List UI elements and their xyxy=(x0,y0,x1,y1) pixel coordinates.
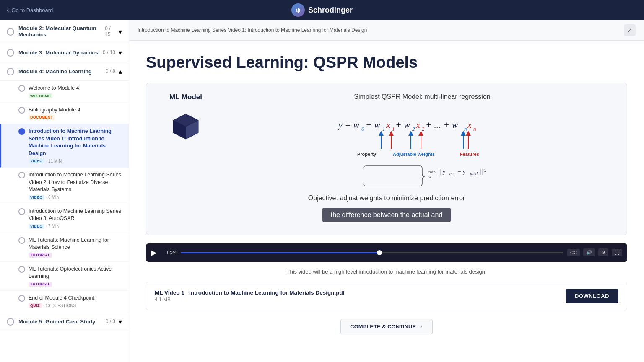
app-logo: ψ Schrodinger xyxy=(291,3,353,17)
sidebar-item-video1[interactable]: Introduction to Machine Learning Series … xyxy=(0,124,129,168)
module3-chevron xyxy=(119,49,122,57)
fullscreen-button[interactable]: ⛶ xyxy=(612,249,622,256)
module4-title: Module 4: Machine Learning xyxy=(18,68,92,75)
welcome-title: Welcome to Module 4! xyxy=(29,85,122,92)
play-button[interactable]: ▶ xyxy=(151,248,163,257)
objective-text: Objective: adjust weights to minimize pr… xyxy=(156,194,617,202)
pdf-filename: ML Video 1_ Introduction to Machine Lear… xyxy=(155,290,345,296)
sidebar-item-bibliography[interactable]: Bibliography Module 4 DOCUMENT xyxy=(0,103,129,124)
svg-text:+ w: + w xyxy=(366,119,380,130)
tutorial2-badge: TUTORIAL xyxy=(29,282,52,287)
sidebar-item-quiz[interactable]: End of Module 4 Checkpoint QUIZ · 10 QUE… xyxy=(0,291,129,313)
svg-text:+ ... + w: + ... + w xyxy=(426,119,458,130)
caption-wrap: the difference between the actual and xyxy=(156,205,617,225)
module5-title: Module 5: Guided Case Study xyxy=(18,318,95,325)
module2-count: 0 / 15 xyxy=(105,26,115,37)
svg-text:2: 2 xyxy=(422,126,425,132)
brace-container: min w ‖ y act − y pred ‖ 2 xyxy=(228,165,617,188)
module2-circle xyxy=(7,28,14,36)
video1-title: Introduction to Machine Learning Series … xyxy=(29,128,122,157)
svg-text:2: 2 xyxy=(412,126,415,132)
cube-icon xyxy=(165,106,207,147)
bibliography-title: Bibliography Module 4 xyxy=(29,106,122,114)
quiz-circle xyxy=(18,295,25,302)
breadcrumb-bar: Introduction to Machine Learning Series … xyxy=(129,20,644,41)
video2-duration: · 6 MIN xyxy=(46,195,60,199)
top-navigation: Go to Dashboard ψ Schrodinger xyxy=(0,0,644,20)
video2-badge: VIDEO xyxy=(29,195,44,200)
main-layout: Module 2: Molecular Quantum Mechanics 0 … xyxy=(0,20,644,362)
video3-badge: VIDEO xyxy=(29,224,44,229)
module4-circle xyxy=(7,68,14,75)
module5-circle xyxy=(7,318,14,326)
svg-text:n: n xyxy=(473,126,476,132)
tutorial2-circle xyxy=(18,266,25,273)
brace-svg: min w ‖ y act − y pred ‖ 2 xyxy=(355,165,489,186)
svg-text:w: w xyxy=(428,174,431,179)
back-to-dashboard-button[interactable]: Go to Dashboard xyxy=(7,6,53,14)
svg-text:x: x xyxy=(415,119,420,130)
content-area: Introduction to Machine Learning Series … xyxy=(129,20,644,362)
svg-text:act: act xyxy=(449,171,454,176)
ml-model-box: ML Model xyxy=(156,93,215,147)
expand-button[interactable]: ⤢ xyxy=(624,24,636,36)
formula-svg: y = w 0 + w 1 x 1 + w 2 x 2 + ... + w xyxy=(334,109,510,159)
quiz-title: End of Module 4 Checkpoint xyxy=(29,295,122,302)
svg-text:‖: ‖ xyxy=(480,168,483,175)
settings-button[interactable]: ⚙ xyxy=(598,248,608,256)
sidebar-item-video2[interactable]: Introduction to Machine Learning Series … xyxy=(0,168,129,204)
app-title: Schrodinger xyxy=(308,6,353,15)
breadcrumb-text: Introduction to Machine Learning Series … xyxy=(138,27,367,33)
slide-content: ML Model Simplest QSPR Model: multi-line… xyxy=(146,83,627,235)
video3-circle xyxy=(18,208,25,215)
video1-circle xyxy=(18,128,25,135)
quiz-badge: QUIZ xyxy=(29,303,42,308)
qspr-subtitle: Simplest QSPR Model: multi-linear regres… xyxy=(228,93,617,101)
video-description: This video will be a high level introduc… xyxy=(146,269,627,275)
caption-overlay: the difference between the actual and xyxy=(322,208,451,222)
svg-text:1: 1 xyxy=(382,126,385,132)
progress-fill xyxy=(181,252,379,253)
bibliography-badge: DOCUMENT xyxy=(29,115,55,120)
svg-text:y = w: y = w xyxy=(338,119,360,130)
svg-text:Property: Property xyxy=(357,152,377,157)
module4-header[interactable]: Module 4: Machine Learning 0 / 8 xyxy=(0,62,129,81)
svg-text:Features: Features xyxy=(460,152,479,157)
video2-title: Introduction to Machine Learning Series … xyxy=(29,171,122,194)
download-button[interactable]: DOWNLOAD xyxy=(566,289,618,303)
content-scroll-area: Supervised Learning: QSPR Models ML Mode… xyxy=(129,41,644,362)
formula-section: Simplest QSPR Model: multi-linear regres… xyxy=(228,93,617,189)
pdf-filesize: 4.1 MB xyxy=(155,297,345,303)
module5-header[interactable]: Module 5: Guided Case Study 0 / 3 xyxy=(0,312,129,331)
svg-text:2: 2 xyxy=(484,168,486,173)
sidebar-item-tutorial1[interactable]: ML Tutorials: Machine Learning for Mater… xyxy=(0,233,129,262)
svg-text:x: x xyxy=(386,119,390,130)
tutorial2-title: ML Tutorials: Optoelectronics Active Lea… xyxy=(29,266,122,280)
cc-button[interactable]: CC xyxy=(567,249,580,256)
svg-text:pred: pred xyxy=(470,171,478,176)
quiz-duration: · 10 QUESTIONS xyxy=(43,303,76,308)
welcome-circle xyxy=(18,85,25,92)
sidebar-item-video3[interactable]: Introduction to Machine Learning Series … xyxy=(0,204,129,233)
sidebar-item-welcome[interactable]: Welcome to Module 4! WELCOME xyxy=(0,81,129,103)
module3-count: 0 / 10 xyxy=(103,49,115,55)
video-player[interactable]: ▶ 6:24 CC 🔊 ⚙ ⛶ xyxy=(146,243,627,262)
module2-header[interactable]: Module 2: Molecular Quantum Mechanics 0 … xyxy=(0,20,129,43)
back-icon xyxy=(7,6,9,14)
logo-icon: ψ xyxy=(291,3,305,17)
module5-chevron xyxy=(119,318,122,326)
formula-display: y = w 0 + w 1 x 1 + w 2 x 2 + ... + w xyxy=(228,109,617,161)
video-controls: CC 🔊 ⚙ ⛶ xyxy=(567,248,622,256)
module2-chevron xyxy=(119,28,122,36)
tutorial1-badge: TUTORIAL xyxy=(29,253,52,258)
back-label: Go to Dashboard xyxy=(11,7,53,13)
volume-button[interactable]: 🔊 xyxy=(583,248,595,256)
sidebar-item-tutorial2[interactable]: ML Tutorials: Optoelectronics Active Lea… xyxy=(0,262,129,291)
svg-text:1: 1 xyxy=(392,126,395,132)
sidebar: Module 2: Molecular Quantum Mechanics 0 … xyxy=(0,20,129,362)
svg-text:0: 0 xyxy=(361,126,364,132)
video1-badge: VIDEO xyxy=(29,158,44,163)
progress-bar[interactable] xyxy=(181,252,563,253)
complete-continue-button[interactable]: COMPLETE & CONTINUE → xyxy=(340,319,432,334)
module3-header[interactable]: Module 3: Molecular Dynamics 0 / 10 xyxy=(0,43,129,62)
